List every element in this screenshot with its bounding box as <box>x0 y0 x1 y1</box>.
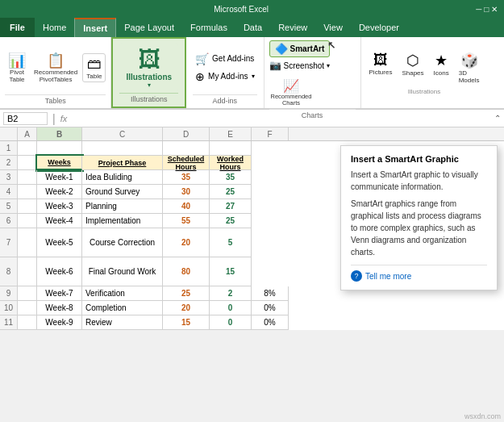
cell-C1[interactable] <box>82 141 163 156</box>
cell-A11[interactable] <box>18 301 37 315</box>
file-tab[interactable]: File <box>0 18 35 37</box>
tab-home[interactable]: Home <box>35 18 74 37</box>
cell-E4[interactable]: 25 <box>210 185 252 199</box>
cell-D6[interactable]: 55 <box>163 214 210 228</box>
col-header-D: D <box>163 127 210 140</box>
cell-B9[interactable]: Week-6 <box>37 257 82 286</box>
cell-E12[interactable]: 0 <box>210 315 252 330</box>
cell-D9[interactable]: 80 <box>163 257 210 286</box>
cell-D10[interactable]: 25 <box>163 286 210 301</box>
cell-A5[interactable] <box>18 199 37 214</box>
cell-D12[interactable]: 15 <box>163 315 210 330</box>
get-addins-button[interactable]: 🛒 Get Add-ins <box>193 51 256 67</box>
cell-C9[interactable]: Final Ground Work <box>82 257 163 286</box>
tab-view[interactable]: View <box>315 18 351 37</box>
cell-F10[interactable]: 8% <box>252 286 289 301</box>
cell-B4[interactable]: Week-2 <box>37 185 82 199</box>
column-headers: A B C D E F <box>0 127 504 141</box>
cell-B6[interactable]: Week-4 <box>37 214 82 228</box>
tab-formulas[interactable]: Formulas <box>182 18 235 37</box>
shapes-button[interactable]: ⬡ Shapes <box>398 50 427 86</box>
cell-A10[interactable] <box>18 286 37 301</box>
cell-E11[interactable]: 0 <box>210 301 252 315</box>
cell-B2-weeks[interactable]: Weeks <box>37 156 82 170</box>
tab-insert[interactable]: Insert <box>74 18 116 37</box>
cell-E7[interactable]: 5 <box>210 228 252 257</box>
cell-E1[interactable] <box>210 141 252 156</box>
illustrations-button[interactable]: 🖼 Illustrations ▾ <box>119 43 178 92</box>
formula-bar: | fx ⌃ <box>0 110 504 127</box>
row-num-9: 8 <box>0 257 18 286</box>
cell-C6[interactable]: Implementation <box>82 214 163 228</box>
tab-pagelayout[interactable]: Page Layout <box>116 18 182 37</box>
cell-C3[interactable]: Idea Buliding <box>82 170 163 185</box>
cell-C12[interactable]: Review <box>82 315 163 330</box>
row-num-11: 10 <box>0 301 18 315</box>
row-num-10: 9 <box>0 286 18 301</box>
cell-E3[interactable]: 35 <box>210 170 252 185</box>
cell-B5[interactable]: Week-3 <box>37 199 82 214</box>
pivot-table-button[interactable]: 📊 PivotTable <box>5 50 29 86</box>
name-box[interactable] <box>3 112 48 125</box>
cell-C7[interactable]: Course Correction <box>82 228 163 257</box>
cell-A12[interactable] <box>18 315 37 330</box>
formula-expand[interactable]: ⌃ <box>494 114 501 123</box>
tooltip-title: Insert a SmartArt Graphic <box>351 154 487 164</box>
tab-developer[interactable]: Developer <box>351 18 407 37</box>
cell-E9[interactable]: 15 <box>210 257 252 286</box>
cell-A3[interactable] <box>18 170 37 185</box>
3d-models-button[interactable]: 🎲 3DModels <box>456 50 483 86</box>
illustrations-sub-group: 🖼 Pictures ⬡ Shapes ★ Icons 🎲 3DModels I… <box>361 37 488 108</box>
pictures-button[interactable]: 🖼 Pictures <box>366 50 396 86</box>
cell-B7[interactable]: Week-5 <box>37 228 82 257</box>
cell-E6[interactable]: 25 <box>210 214 252 228</box>
fx-label: fx <box>60 114 68 123</box>
cell-A6[interactable] <box>18 214 37 228</box>
cell-E5[interactable]: 27 <box>210 199 252 214</box>
cell-B1[interactable] <box>37 141 82 156</box>
cell-C4[interactable]: Ground Survey <box>82 185 163 199</box>
recommended-charts-button[interactable]: 📈 RecommendedCharts <box>269 77 314 109</box>
screenshot-button[interactable]: Screenshot <box>284 61 325 70</box>
cell-A9[interactable] <box>18 257 37 286</box>
row-num-5: 5 <box>0 199 18 214</box>
charts-group-label: Charts <box>269 109 356 119</box>
my-addins-button[interactable]: ⊕ My Add-ins ▾ <box>193 69 256 85</box>
icons-button[interactable]: ★ Icons <box>431 50 452 86</box>
cell-D7[interactable]: 20 <box>163 228 210 257</box>
recommended-pivottables-button[interactable]: 📋 RecommendedPivotTables <box>31 50 81 86</box>
cell-D3[interactable]: 35 <box>163 170 210 185</box>
cell-E10[interactable]: 2 <box>210 286 252 301</box>
cell-D2-scheduled[interactable]: Scheduled Hours <box>163 156 210 170</box>
cell-C11[interactable]: Completion <box>82 301 163 315</box>
col-header-F: F <box>252 127 289 140</box>
cell-A2[interactable] <box>18 156 37 170</box>
row-num-7: 7 <box>0 228 18 257</box>
cell-A4[interactable] <box>18 185 37 199</box>
row-num-3: 3 <box>0 170 18 185</box>
cell-D1[interactable] <box>163 141 210 156</box>
cell-D5[interactable]: 40 <box>163 199 210 214</box>
cell-C2-phase[interactable]: Project Phase <box>82 156 163 170</box>
ribbon-group-illustrations: 🖼 Illustrations ▾ Illustrations <box>111 37 186 108</box>
smartart-button[interactable]: 🔷 SmartArt ↖ <box>269 40 331 57</box>
window-controls: ─ □ ✕ <box>476 5 498 14</box>
cell-D4[interactable]: 30 <box>163 185 210 199</box>
cell-C5[interactable]: Planning <box>82 199 163 214</box>
cell-C10[interactable]: Verification <box>82 286 163 301</box>
tab-review[interactable]: Review <box>270 18 315 37</box>
cell-B12[interactable]: Week-9 <box>37 315 82 330</box>
cell-F11[interactable]: 0% <box>252 301 289 315</box>
cell-E2-worked[interactable]: Worked Hours <box>210 156 252 170</box>
cell-B3[interactable]: Week-1 <box>37 170 82 185</box>
cell-B10[interactable]: Week-7 <box>37 286 82 301</box>
cell-D11[interactable]: 20 <box>163 301 210 315</box>
cell-B11[interactable]: Week-8 <box>37 301 82 315</box>
cell-A7[interactable] <box>18 228 37 257</box>
ribbon-group-addins: 🛒 Get Add-ins ⊕ My Add-ins ▾ Add-ins <box>186 37 264 108</box>
tooltip-tell-more-link[interactable]: ? Tell me more <box>351 265 487 282</box>
table-button[interactable]: 🗃 Table <box>82 53 106 82</box>
tab-data[interactable]: Data <box>235 18 270 37</box>
cell-F12[interactable]: 0% <box>252 315 289 330</box>
cell-A1[interactable] <box>18 141 37 156</box>
